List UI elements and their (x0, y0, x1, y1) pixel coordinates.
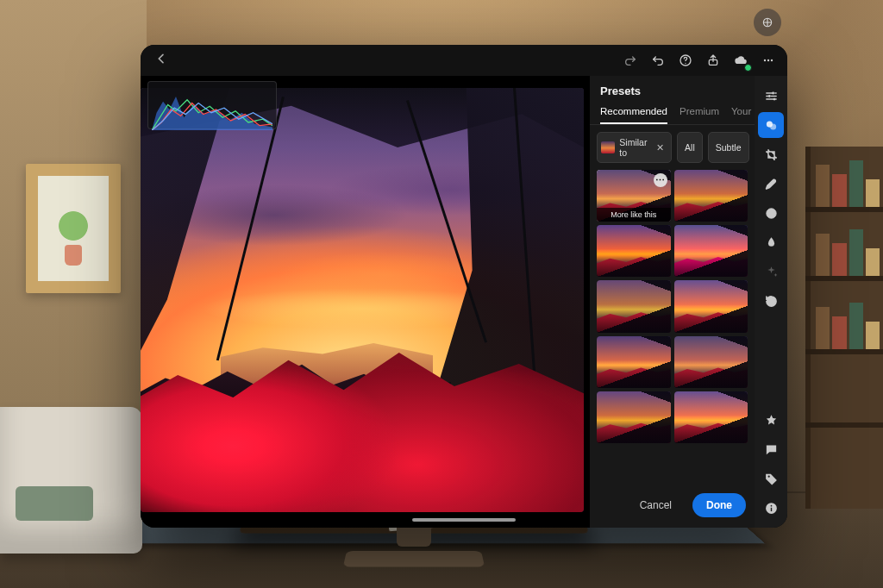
chip-all[interactable]: All (677, 132, 703, 163)
healing-brush-button[interactable] (758, 171, 784, 197)
dropper-button[interactable] (758, 229, 784, 255)
svg-point-2 (685, 63, 686, 64)
healing-brush-icon (764, 177, 779, 191)
chip-subtle[interactable]: Subtle (708, 132, 749, 163)
presets-icon (764, 118, 779, 133)
help-button[interactable] (675, 50, 696, 71)
svg-point-8 (767, 95, 770, 97)
comment-button[interactable] (758, 436, 784, 462)
svg-point-14 (767, 475, 769, 477)
app-window: Presets Recommended Premium Your Similar… (141, 45, 787, 528)
tab-premium[interactable]: Premium (679, 106, 719, 124)
preset-thumb-2[interactable] (674, 170, 748, 222)
tag-icon (764, 472, 779, 486)
undo-icon (651, 53, 665, 67)
sync-ok-dot-icon (744, 64, 752, 72)
preset-thumb-10[interactable] (674, 391, 748, 443)
environment-badge[interactable] (754, 9, 781, 36)
preset-caption: More like this (597, 208, 671, 222)
crop-icon (764, 147, 779, 162)
ellipsis-icon (761, 53, 775, 67)
svg-point-5 (767, 59, 769, 61)
favorite-star-icon (764, 413, 779, 428)
svg-point-4 (764, 59, 766, 61)
sparkle-icon (764, 265, 779, 279)
cancel-button[interactable]: Cancel (626, 493, 686, 517)
svg-point-17 (770, 504, 772, 506)
chip-similar-to[interactable]: Similar to ✕ (597, 132, 672, 163)
svg-point-13 (768, 210, 773, 216)
preset-thumb-9[interactable] (597, 391, 671, 443)
adjust-sliders-button[interactable] (758, 83, 784, 109)
preset-thumb-7[interactable] (597, 336, 671, 388)
info-button[interactable] (758, 495, 784, 521)
history-icon (764, 294, 779, 309)
svg-point-6 (771, 59, 773, 61)
cloud-sync-button[interactable] (730, 50, 751, 71)
preset-thumb-8[interactable] (674, 336, 748, 388)
done-button[interactable]: Done (692, 493, 746, 517)
svg-point-9 (773, 97, 775, 100)
svg-point-11 (770, 123, 776, 129)
home-indicator[interactable] (412, 518, 516, 522)
presets-tabs: Recommended Premium Your (590, 101, 755, 124)
favorite-button[interactable] (758, 407, 784, 433)
preset-thumb-6[interactable] (674, 280, 748, 332)
preset-grid: ⋯ More like this (590, 170, 755, 485)
radial-mask-button[interactable] (758, 200, 784, 226)
comment-icon (764, 442, 779, 457)
presets-panel: Presets Recommended Premium Your Similar… (589, 76, 755, 528)
chip-similar-label: Similar to (619, 137, 650, 158)
immersive-icon (761, 16, 774, 29)
share-icon (706, 53, 720, 67)
tab-recommended[interactable]: Recommended (600, 106, 667, 124)
back-button[interactable] (149, 48, 173, 73)
more-button[interactable] (758, 50, 779, 71)
plant-illustration-icon (52, 191, 94, 265)
info-icon (764, 501, 779, 516)
edited-photo (141, 88, 584, 512)
history-button[interactable] (758, 288, 784, 314)
preset-thumb-5[interactable] (597, 280, 671, 332)
preset-thumb-4[interactable] (674, 225, 748, 277)
sofa (0, 407, 142, 554)
share-button[interactable] (703, 50, 723, 71)
photo-canvas[interactable] (141, 76, 589, 528)
wall-art-frame (26, 164, 121, 293)
histogram-overlay[interactable] (147, 81, 277, 129)
chip-thumbnail-icon (601, 141, 615, 153)
redo-icon (623, 53, 637, 67)
radial-mask-icon (764, 206, 779, 221)
redo-button[interactable] (620, 50, 641, 71)
tool-rail (755, 76, 787, 528)
adjust-sliders-icon (764, 89, 779, 103)
chevron-left-icon (154, 52, 168, 66)
presets-button[interactable] (758, 112, 784, 138)
svg-point-7 (772, 91, 774, 94)
svg-rect-16 (770, 507, 771, 510)
dropper-icon (764, 235, 779, 250)
help-icon (679, 53, 692, 67)
sparkle-button[interactable] (758, 259, 784, 285)
preset-thumb-3[interactable] (597, 225, 671, 277)
preset-more-icon[interactable]: ⋯ (654, 173, 667, 187)
bookshelf (805, 147, 883, 509)
top-toolbar (141, 45, 787, 76)
crop-button[interactable] (758, 141, 784, 167)
undo-button[interactable] (648, 50, 668, 71)
preset-thumb-1[interactable]: ⋯ More like this (597, 170, 671, 222)
tab-yours[interactable]: Your (731, 106, 751, 124)
tag-button[interactable] (758, 466, 784, 491)
chip-remove-icon[interactable]: ✕ (656, 142, 664, 153)
presets-title: Presets (590, 76, 755, 101)
histogram-icon (152, 85, 272, 130)
